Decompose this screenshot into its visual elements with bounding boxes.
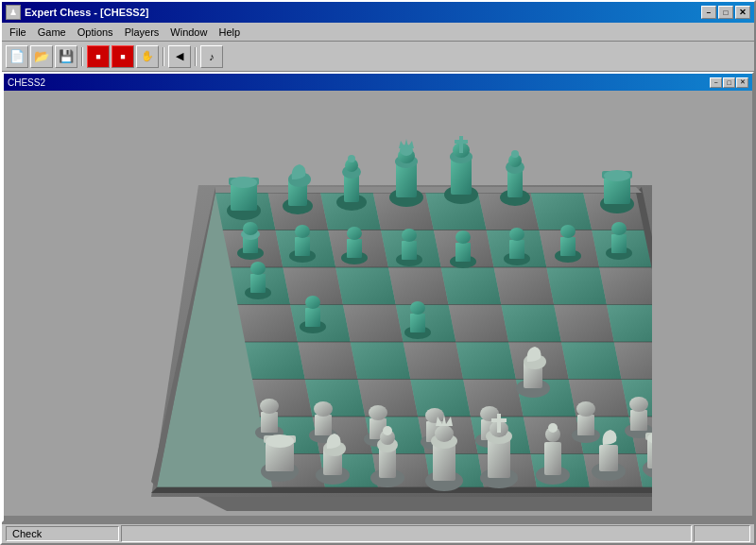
svg-point-186 <box>435 425 454 442</box>
svg-marker-36 <box>298 342 358 380</box>
inner-maximize-button[interactable]: □ <box>723 77 735 88</box>
svg-marker-22 <box>388 267 449 305</box>
svg-rect-169 <box>630 410 647 431</box>
inner-window-controls: − □ ✕ <box>710 77 748 88</box>
svg-point-90 <box>295 225 310 238</box>
menu-file[interactable]: File <box>4 25 32 40</box>
svg-marker-24 <box>494 267 555 305</box>
app-icon-glyph: ♟ <box>9 8 17 17</box>
svg-rect-195 <box>544 442 561 475</box>
svg-rect-166 <box>577 415 594 435</box>
svg-rect-139 <box>250 274 266 293</box>
svg-marker-37 <box>351 342 411 380</box>
app-icon: ♟ <box>6 5 21 20</box>
separator-2 <box>163 47 164 66</box>
new-button[interactable]: 📄 <box>6 45 28 68</box>
inner-window: CHESS2 − □ ✕ <box>2 72 754 522</box>
window-title: Expert Chess - [CHESS2] <box>25 7 697 18</box>
svg-rect-151 <box>261 412 278 433</box>
svg-point-146 <box>410 301 425 315</box>
svg-marker-31 <box>449 305 509 343</box>
svg-marker-34 <box>607 305 652 343</box>
svg-marker-35 <box>245 342 305 380</box>
inner-minimize-button[interactable]: − <box>710 77 722 88</box>
svg-point-105 <box>560 225 576 238</box>
chess-board-svg: lx(226.5)=141.4, rx(226.5)=587.4 <box>104 91 652 516</box>
svg-rect-95 <box>402 241 417 260</box>
menu-players[interactable]: Players <box>119 25 165 40</box>
status-check-text: Check <box>12 528 42 539</box>
inner-window-title: CHESS2 <box>8 77 45 88</box>
svg-point-87 <box>243 222 258 235</box>
svg-marker-26 <box>599 267 652 305</box>
svg-marker-23 <box>441 267 502 305</box>
open-button[interactable]: 📂 <box>30 45 53 68</box>
status-bar: Check <box>2 522 754 543</box>
save-button[interactable]: 💾 <box>55 45 77 68</box>
svg-point-99 <box>455 230 471 244</box>
main-window: ♟ Expert Chess - [CHESS2] − □ ✕ File Gam… <box>0 0 756 545</box>
svg-marker-33 <box>554 305 614 343</box>
close-button[interactable]: ✕ <box>735 6 750 19</box>
sound-button[interactable]: ♪ <box>200 45 223 68</box>
separator-1 <box>81 47 83 66</box>
svg-rect-145 <box>410 314 425 332</box>
svg-point-116 <box>348 155 355 162</box>
status-check-panel: Check <box>6 526 119 541</box>
svg-point-133 <box>511 150 519 158</box>
svg-marker-32 <box>501 305 561 343</box>
svg-point-155 <box>314 401 333 417</box>
svg-marker-21 <box>335 267 396 305</box>
menu-options[interactable]: Options <box>72 25 119 40</box>
toolbar: 📄 📂 💾 ■ ■ ✋ ◀ ♪ <box>2 42 754 72</box>
svg-marker-9 <box>531 193 593 230</box>
svg-rect-89 <box>295 237 310 256</box>
svg-marker-0 <box>198 497 652 511</box>
minimize-button[interactable]: − <box>701 6 716 19</box>
svg-marker-43 <box>252 380 313 417</box>
chess-board-area[interactable]: lx(226.5)=141.4, rx(226.5)=587.4 <box>4 91 752 516</box>
svg-point-93 <box>347 227 362 240</box>
svg-point-174 <box>266 434 294 448</box>
svg-point-102 <box>509 228 524 241</box>
status-panel-3 <box>694 525 750 542</box>
separator-3 <box>195 47 197 66</box>
svg-rect-98 <box>455 243 471 262</box>
svg-point-108 <box>611 222 627 235</box>
svg-point-170 <box>629 397 648 412</box>
hint-button[interactable]: ✋ <box>136 45 159 68</box>
menu-bar: File Game Options Players Window Help <box>2 23 754 42</box>
inner-close-button[interactable]: ✕ <box>736 77 748 88</box>
svg-point-182 <box>383 426 392 435</box>
title-bar: ♟ Expert Chess - [CHESS2] − □ ✕ <box>2 2 754 23</box>
svg-marker-78 <box>215 187 642 193</box>
window-controls: − □ ✕ <box>701 6 750 19</box>
svg-rect-127 <box>459 136 463 153</box>
stop2-button[interactable]: ■ <box>112 45 134 68</box>
svg-point-161 <box>425 408 444 423</box>
svg-point-152 <box>260 399 279 414</box>
svg-marker-44 <box>305 380 366 417</box>
svg-marker-41 <box>561 342 622 380</box>
svg-marker-27 <box>237 305 298 343</box>
svg-rect-92 <box>347 239 362 258</box>
svg-rect-193 <box>491 418 507 422</box>
svg-marker-45 <box>358 380 419 417</box>
back-button[interactable]: ◀ <box>168 45 191 68</box>
svg-rect-154 <box>315 415 332 435</box>
menu-game[interactable]: Game <box>32 25 72 40</box>
svg-marker-39 <box>455 342 516 380</box>
svg-marker-79 <box>151 487 652 493</box>
menu-help[interactable]: Help <box>213 25 246 40</box>
svg-rect-107 <box>611 234 627 253</box>
status-panel-2 <box>121 525 692 542</box>
menu-window[interactable]: Window <box>164 25 213 40</box>
svg-marker-29 <box>343 305 404 343</box>
stop-button[interactable]: ■ <box>87 45 110 68</box>
maximize-button[interactable]: □ <box>718 6 733 19</box>
svg-point-158 <box>369 405 387 420</box>
svg-rect-104 <box>560 237 576 256</box>
svg-point-96 <box>402 229 417 242</box>
svg-marker-25 <box>546 267 607 305</box>
svg-rect-192 <box>497 414 501 433</box>
